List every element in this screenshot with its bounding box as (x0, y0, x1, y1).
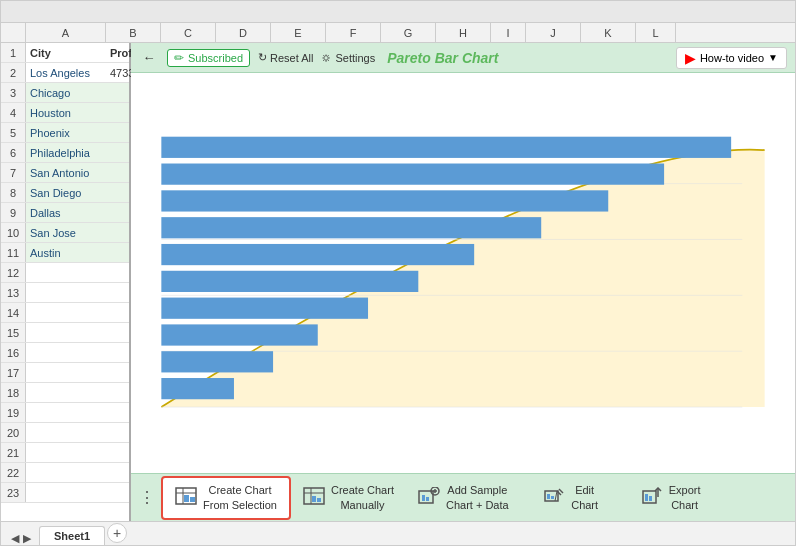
scroll-right-arrow[interactable]: ▶ (21, 532, 33, 545)
cell-a[interactable]: Austin (26, 243, 106, 262)
how-to-btn[interactable]: ▶ How-to video ▼ (676, 47, 787, 69)
cell-a[interactable] (26, 283, 106, 302)
export-chart-content: ExportChart (641, 483, 701, 512)
table-row[interactable]: 9Dallas (1, 203, 129, 223)
cell-a[interactable] (26, 363, 106, 382)
row-number: 14 (1, 303, 26, 322)
cell-a[interactable]: San Diego (26, 183, 106, 202)
table-row[interactable]: 14 (1, 303, 129, 323)
table-row[interactable]: 8San Diego (1, 183, 129, 203)
svg-line-24 (559, 489, 563, 493)
edit-chart-btn[interactable]: EditChart (521, 476, 621, 520)
reset-btn[interactable]: ↻ Reset All (258, 51, 313, 64)
table-row[interactable]: 7San Antonio (1, 163, 129, 183)
cell-a[interactable] (26, 443, 106, 462)
col-header-i: I (491, 23, 526, 42)
bar-7 (161, 298, 368, 319)
chevron-down-icon: ▼ (768, 52, 778, 63)
row-number: 8 (1, 183, 26, 202)
row-num-header (1, 23, 26, 42)
edit-icon (543, 487, 565, 505)
table-row[interactable]: 20 (1, 423, 129, 443)
settings-icon: ⛭ (321, 52, 332, 64)
edit-chart-icon (543, 487, 565, 509)
svg-rect-16 (422, 495, 425, 501)
export-chart-btn[interactable]: ExportChart (621, 476, 721, 520)
table-row[interactable]: 22 (1, 463, 129, 483)
table-row[interactable]: 15 (1, 323, 129, 343)
cell-a[interactable] (26, 403, 106, 422)
cell-a[interactable] (26, 343, 106, 362)
cell-a[interactable]: City (26, 43, 106, 62)
back-button[interactable]: ← (139, 48, 159, 68)
table-row[interactable]: 11Austin (1, 243, 129, 263)
settings-btn[interactable]: ⛭ Settings (321, 52, 375, 64)
bar-8 (161, 324, 317, 345)
row-number: 1 (1, 43, 26, 62)
svg-rect-29 (649, 496, 652, 501)
table-row[interactable]: 5Phoenix (1, 123, 129, 143)
create-manually-content: Create ChartManually (303, 483, 394, 512)
table-row[interactable]: 10San Jose (1, 223, 129, 243)
table-row[interactable]: 16 (1, 343, 129, 363)
cell-a[interactable] (26, 323, 106, 342)
cell-a[interactable]: Dallas (26, 203, 106, 222)
col-header-g: G (381, 23, 436, 42)
col-header-h: H (436, 23, 491, 42)
action-dots[interactable]: ⋮ (139, 488, 155, 507)
sheet-tab-sheet1[interactable]: Sheet1 (39, 526, 105, 545)
cell-a[interactable] (26, 303, 106, 322)
cell-a[interactable]: Los Angeles (26, 63, 106, 82)
table-row[interactable]: 17 (1, 363, 129, 383)
create-manually-icon (303, 487, 325, 509)
cell-a[interactable]: San Jose (26, 223, 106, 242)
table-row[interactable]: 21 (1, 443, 129, 463)
svg-rect-28 (645, 494, 648, 501)
cell-a[interactable] (26, 263, 106, 282)
top-bar (1, 1, 795, 23)
chart-title: Pareto Bar Chart (387, 50, 498, 66)
column-headers: A B C D E F G H I J K L (1, 23, 795, 43)
table-row[interactable]: 6Philadelphia (1, 143, 129, 163)
row-number: 21 (1, 443, 26, 462)
create-from-selection-icon (175, 487, 197, 509)
cell-a[interactable]: Houston (26, 103, 106, 122)
cell-a[interactable]: Philadelphia (26, 143, 106, 162)
svg-rect-22 (547, 494, 550, 499)
add-sample-btn[interactable]: Add SampleChart + Data (406, 476, 521, 520)
create-from-selection-content: Create ChartFrom Selection (175, 483, 277, 512)
cell-a[interactable]: San Antonio (26, 163, 106, 182)
table-row[interactable]: 1CityProfit (1, 43, 129, 63)
scroll-left-arrow[interactable]: ◀ (9, 532, 21, 545)
bar-2 (161, 164, 664, 185)
cell-a[interactable]: Chicago (26, 83, 106, 102)
edit-chart-label: EditChart (571, 483, 598, 512)
subscribed-badge[interactable]: ✏ Subscribed (167, 49, 250, 67)
table-row[interactable]: 18 (1, 383, 129, 403)
svg-rect-8 (184, 495, 189, 502)
table-row[interactable]: 2Los Angeles4733 (1, 63, 129, 83)
bar-5 (161, 244, 474, 265)
svg-rect-17 (426, 497, 429, 501)
col-header-d: D (216, 23, 271, 42)
cell-a[interactable] (26, 463, 106, 482)
table-row[interactable]: 3Chicago (1, 83, 129, 103)
table-row[interactable]: 4Houston (1, 103, 129, 123)
row-number: 17 (1, 363, 26, 382)
main-area: 1CityProfit2Los Angeles47333Chicago4Hous… (1, 43, 795, 521)
table-row[interactable]: 13 (1, 283, 129, 303)
col-header-c: C (161, 23, 216, 42)
table-row[interactable]: 12 (1, 263, 129, 283)
export-chart-label: ExportChart (669, 483, 701, 512)
cell-a[interactable] (26, 483, 106, 502)
table-row[interactable]: 19 (1, 403, 129, 423)
cell-a[interactable] (26, 383, 106, 402)
table-row[interactable]: 23 (1, 483, 129, 503)
add-sheet-button[interactable]: + (107, 523, 127, 543)
create-manually-btn[interactable]: Create ChartManually (291, 476, 406, 520)
manual-chart-icon (303, 487, 325, 505)
create-from-selection-btn[interactable]: Create ChartFrom Selection (161, 476, 291, 520)
add-sample-icon (418, 487, 440, 509)
cell-a[interactable] (26, 423, 106, 442)
cell-a[interactable]: Phoenix (26, 123, 106, 142)
